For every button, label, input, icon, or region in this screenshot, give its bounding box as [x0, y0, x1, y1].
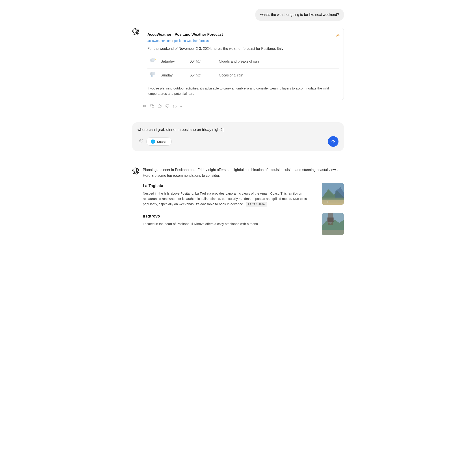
sunday-icon: [147, 71, 158, 80]
source-card: AccuWeather - Positano Weather Forecast …: [143, 28, 344, 100]
refresh-icon[interactable]: [173, 103, 177, 110]
source-path: positano weather forecast: [174, 38, 210, 43]
input-toolbar: 🌐 Search: [137, 136, 339, 147]
advisory-text: If you're planning outdoor activities, i…: [147, 86, 339, 96]
thumbsup-icon[interactable]: [158, 103, 162, 110]
restaurant-tagliata-img: [322, 183, 344, 205]
restaurant-tagliata-name: La Tagliata: [143, 183, 317, 189]
copy-icon[interactable]: [150, 103, 154, 110]
svg-point-4: [152, 72, 155, 75]
dinner-intro: Planning a dinner in Positano on a Frida…: [143, 167, 344, 178]
source-weather-icon: ☀: [336, 32, 340, 39]
svg-rect-21: [322, 230, 344, 235]
divider-1: [132, 117, 344, 122]
ai-response-1: AccuWeather - Positano Weather Forecast …: [132, 28, 344, 110]
search-button[interactable]: 🌐 Search: [146, 137, 172, 146]
ai-content-2: Planning a dinner in Positano on a Frida…: [143, 167, 344, 241]
cursor: [223, 128, 224, 132]
svg-rect-9: [152, 105, 154, 108]
input-toolbar-left: 🌐 Search: [137, 137, 172, 146]
globe-icon: 🌐: [151, 139, 155, 144]
restaurant-tagliata-info: La Tagliata Nestled in the hills above P…: [143, 183, 317, 207]
input-field[interactable]: where can i grab dinner in positano on f…: [137, 127, 339, 133]
restaurant-ritrovo-img: [322, 213, 344, 235]
restaurant-tagliata-desc: Nestled in the hills above Positano, La …: [143, 191, 317, 207]
ai-content-1: AccuWeather - Positano Weather Forecast …: [143, 28, 344, 110]
weather-row-saturday: Saturday 66° 51° Clouds and breaks of su…: [147, 55, 339, 68]
svg-rect-20: [327, 218, 334, 222]
restaurant-ritrovo-desc: Located in the heart of Positano, Il Rit…: [143, 221, 317, 226]
breadcrumb-sep: ›: [172, 38, 173, 43]
saturday-icon: [147, 57, 158, 66]
attach-button[interactable]: [137, 138, 144, 145]
speaker-icon[interactable]: [143, 103, 147, 110]
svg-rect-14: [322, 200, 344, 205]
chevron-down-icon[interactable]: ▾: [180, 104, 182, 109]
ai-avatar-1: [132, 28, 139, 35]
sunday-temps: 65° 52°: [190, 72, 216, 78]
send-button[interactable]: [328, 136, 339, 147]
saturday-day: Saturday: [161, 59, 187, 64]
restaurant-ritrovo-header: Il Ritrovo Located in the heart of Posit…: [143, 213, 344, 235]
search-label: Search: [157, 140, 168, 143]
restaurant-card-tagliata: La Tagliata Nestled in the hills above P…: [143, 183, 344, 207]
sunday-desc: Occasional rain: [219, 72, 339, 78]
input-box[interactable]: where can i grab dinner in positano on f…: [132, 122, 344, 151]
restaurant-ritrovo-name: Il Ritrovo: [143, 213, 317, 220]
forecast-intro: For the weekend of November 2-3, 2024, h…: [147, 46, 339, 51]
saturday-temps: 66° 51°: [190, 59, 216, 64]
user-message-1: what's the weather going to be like next…: [255, 9, 344, 21]
restaurant-tagliata-tag: LA TAGLIATA: [246, 202, 267, 207]
thumbsdown-icon[interactable]: [165, 103, 169, 110]
ai-avatar-2: [132, 168, 139, 174]
source-title: AccuWeather - Positano Weather Forecast: [147, 32, 339, 37]
restaurant-card-ritrovo: Il Ritrovo Located in the heart of Posit…: [143, 213, 344, 235]
ai-response-2: Planning a dinner in Positano on a Frida…: [132, 167, 344, 241]
source-domain: accuweather.com: [147, 38, 171, 43]
restaurant-tagliata-header: La Tagliata Nestled in the hills above P…: [143, 183, 344, 207]
weather-row-sunday: Sunday 65° 52° Occasional rain: [147, 68, 339, 82]
source-url: accuweather.com › positano weather forec…: [147, 38, 339, 43]
restaurant-ritrovo-info: Il Ritrovo Located in the heart of Posit…: [143, 213, 317, 226]
saturday-desc: Clouds and breaks of sun: [219, 59, 339, 64]
svg-point-16: [329, 201, 330, 202]
svg-marker-8: [143, 105, 145, 107]
chat-container: what's the weather going to be like next…: [132, 9, 344, 248]
action-icons: ▾: [143, 103, 344, 110]
svg-point-15: [327, 202, 328, 203]
divider-2: [132, 162, 344, 167]
weather-table: Saturday 66° 51° Clouds and breaks of su…: [147, 55, 339, 82]
user-message-1-wrap: what's the weather going to be like next…: [132, 9, 344, 21]
sunday-day: Sunday: [161, 72, 187, 78]
